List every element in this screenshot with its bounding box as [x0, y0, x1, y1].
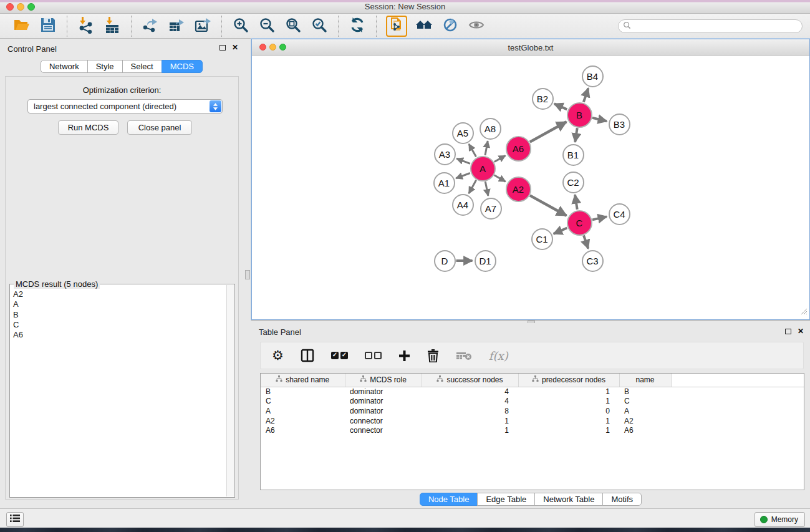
tab-select[interactable]: Select [122, 60, 162, 73]
network-node-A6[interactable]: A6 [506, 136, 531, 162]
hide-style-button[interactable] [437, 16, 463, 37]
tab-node-table[interactable]: Node Table [420, 493, 478, 506]
tab-motifs[interactable]: Motifs [602, 493, 642, 506]
export-network-button[interactable] [137, 16, 163, 37]
edge-A-A1[interactable] [456, 173, 470, 178]
network-node-A3[interactable]: A3 [434, 143, 456, 165]
tab-style[interactable]: Style [87, 60, 123, 73]
network-node-A[interactable]: A [470, 156, 496, 181]
mcds-result-item[interactable]: C [13, 320, 226, 330]
table-cell[interactable]: connector [345, 425, 422, 435]
function-builder-button[interactable]: f(x) [489, 349, 508, 362]
close-panel-icon[interactable]: ✕ [232, 44, 238, 51]
table-cell[interactable]: 4 [422, 397, 518, 407]
mcds-result-item[interactable]: A2 [13, 289, 226, 299]
table-cell[interactable]: B [619, 387, 671, 397]
network-node-C3[interactable]: C3 [582, 250, 604, 272]
delete-table-button[interactable] [456, 351, 472, 360]
eye-button[interactable] [463, 16, 489, 37]
select-all-columns-button[interactable] [331, 352, 348, 359]
close-panel-button[interactable]: Close panel [127, 120, 192, 135]
tab-network-table[interactable]: Network Table [534, 493, 603, 506]
table-cell[interactable]: A6 [619, 425, 671, 435]
table-cell[interactable]: C [261, 397, 345, 407]
import-table-button[interactable] [99, 16, 125, 37]
mcds-result-item[interactable]: B [13, 310, 226, 320]
table-cell[interactable]: 1 [518, 397, 619, 407]
run-mcds-button[interactable]: Run MCDS [58, 120, 118, 135]
table-row[interactable]: Bdominator41B [261, 387, 804, 397]
zoom-out-button[interactable] [254, 16, 280, 37]
edge-B-B3[interactable] [592, 118, 607, 121]
node-table-header[interactable]: shared nameMCDS rolesuccessor nodesprede… [261, 374, 804, 387]
edge-A-A2[interactable] [494, 175, 506, 181]
table-options-button[interactable]: ⚙ [272, 349, 284, 362]
refresh-layout-button[interactable] [344, 16, 370, 37]
table-cell[interactable]: A [619, 406, 671, 416]
table-cell[interactable]: dominator [345, 387, 422, 397]
network-node-A8[interactable]: A8 [480, 118, 501, 140]
network-node-A4[interactable]: A4 [452, 194, 474, 216]
edge-A6-B[interactable] [530, 122, 567, 142]
edge-A-A8[interactable] [485, 141, 488, 155]
edge-B-B2[interactable] [554, 104, 567, 109]
edge-A2-C[interactable] [530, 195, 567, 215]
column-header-shared-name[interactable]: shared name [261, 374, 345, 387]
network-node-A1[interactable]: A1 [433, 172, 455, 194]
edge-C-C4[interactable] [592, 216, 607, 220]
edge-A-A6[interactable] [494, 156, 506, 162]
table-cell[interactable]: connector [345, 416, 422, 426]
column-header-successor-nodes[interactable]: successor nodes [422, 374, 518, 387]
node-table-body[interactable]: Bdominator41BCdominator41CAdominator80AA… [261, 387, 804, 435]
table-cell[interactable]: 1 [422, 416, 518, 426]
delete-column-button[interactable] [427, 349, 439, 362]
table-cell[interactable]: B [261, 387, 345, 397]
table-cell[interactable]: 4 [422, 387, 518, 397]
table-cell[interactable]: A [261, 406, 345, 416]
column-header-predecessor-nodes[interactable]: predecessor nodes [518, 374, 619, 387]
column-header-MCDS-role[interactable]: MCDS role [345, 374, 422, 387]
table-cell[interactable]: 1 [518, 425, 619, 435]
network-node-C4[interactable]: C4 [609, 203, 630, 225]
edge-C-C2[interactable] [575, 195, 577, 210]
home-button[interactable] [411, 16, 437, 37]
network-canvas[interactable]: B4B2BB3A8A5A6A3B1AC2A1A2A4A7C4CC1C3DD1 [253, 56, 809, 319]
network-window-titlebar[interactable]: testGlobe.txt [252, 39, 809, 56]
unselect-all-columns-button[interactable] [365, 352, 382, 359]
table-cell[interactable]: A2 [261, 416, 345, 426]
table-cell[interactable]: A2 [619, 416, 671, 426]
mcds-result-scrollbar[interactable] [226, 285, 234, 496]
float-panel-icon[interactable] [219, 45, 226, 51]
import-network-button[interactable] [73, 16, 99, 37]
memory-button[interactable]: Memory [755, 512, 805, 527]
mcds-result-item[interactable]: A6 [13, 330, 226, 340]
edge-B-B1[interactable] [575, 128, 577, 142]
splitter-handle[interactable] [245, 270, 250, 279]
network-node-A2[interactable]: A2 [506, 177, 531, 202]
create-column-button[interactable] [398, 350, 410, 362]
table-cell[interactable]: 8 [422, 406, 518, 416]
edge-C-C1[interactable] [554, 228, 567, 234]
search-input[interactable] [634, 21, 802, 32]
table-cell[interactable]: 0 [518, 406, 619, 416]
resize-grip-icon[interactable] [799, 306, 808, 317]
network-node-C2[interactable]: C2 [562, 172, 584, 193]
edge-A-A7[interactable] [485, 181, 488, 196]
table-row[interactable]: Cdominator41C [261, 397, 804, 407]
edge-A-A4[interactable] [469, 180, 476, 193]
network-node-B[interactable]: B [567, 102, 592, 128]
table-cell[interactable]: 1 [518, 416, 619, 426]
network-node-C[interactable]: C [567, 210, 592, 236]
close-panel-icon[interactable]: ✕ [798, 328, 804, 334]
network-node-B2[interactable]: B2 [532, 88, 554, 110]
network-node-D[interactable]: D [434, 250, 456, 272]
table-cell[interactable]: 1 [422, 425, 518, 435]
network-node-C1[interactable]: C1 [531, 228, 553, 250]
table-cell[interactable]: 1 [518, 387, 619, 397]
mcds-result-list[interactable]: A2ABCA6 [11, 289, 226, 496]
open-session-button[interactable] [9, 16, 35, 37]
export-image-button[interactable] [190, 16, 216, 37]
task-history-button[interactable] [6, 512, 24, 527]
zoom-selected-button[interactable] [306, 16, 332, 37]
tab-network[interactable]: Network [41, 60, 88, 73]
